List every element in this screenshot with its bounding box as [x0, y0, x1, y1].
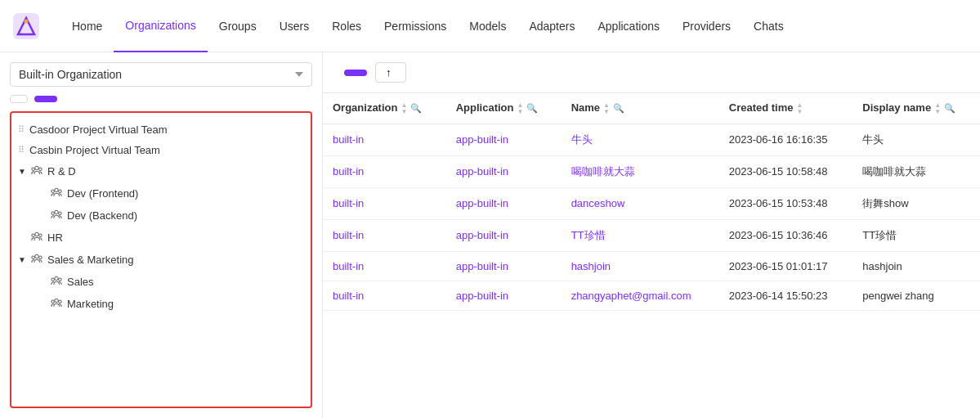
svg-point-21: [55, 299, 58, 302]
svg-point-14: [39, 234, 43, 237]
users-table-wrap: Organization▲▼🔍Application▲▼🔍Name▲▼🔍Crea…: [323, 93, 980, 418]
sort-icon[interactable]: ▲▼: [934, 102, 941, 115]
name-cell[interactable]: 喝咖啡就大蒜: [562, 155, 719, 187]
col-header-organization: Organization▲▼🔍: [323, 93, 446, 124]
svg-point-19: [51, 278, 55, 281]
tree-item[interactable]: Dev (Frontend): [15, 182, 307, 205]
svg-point-4: [32, 168, 35, 171]
svg-point-3: [35, 166, 38, 169]
tree-item[interactable]: Marketing: [15, 293, 307, 315]
nav-item-groups[interactable]: Groups: [208, 0, 268, 52]
upload-button[interactable]: ↑: [375, 62, 406, 83]
add-group-button[interactable]: [34, 96, 57, 102]
col-header-created-time: Created time▲▼: [719, 93, 853, 124]
svg-point-2: [25, 19, 29, 23]
svg-point-13: [32, 234, 35, 237]
svg-point-7: [51, 190, 55, 193]
nav-item-providers[interactable]: Providers: [671, 0, 742, 52]
org-cell[interactable]: built-in: [323, 251, 446, 281]
name-cell[interactable]: 牛头: [562, 124, 719, 155]
app-cell[interactable]: app-built-in: [446, 219, 562, 251]
created-cell: 2023-06-16 16:16:35: [719, 124, 853, 155]
svg-point-9: [55, 210, 58, 213]
tree-item-label: Sales: [67, 276, 94, 288]
app-cell[interactable]: app-built-in: [446, 187, 562, 219]
group-icon: [31, 231, 43, 245]
org-select-row: Built-in Organization: [10, 62, 312, 87]
drag-handle-icon: ⠿: [18, 145, 25, 155]
org-cell[interactable]: built-in: [323, 155, 446, 187]
nav-item-users[interactable]: Users: [268, 0, 321, 52]
sort-icon[interactable]: ▲▼: [517, 102, 524, 115]
column-search-icon[interactable]: 🔍: [526, 103, 538, 113]
name-cell[interactable]: zhangyaphet@gmail.com: [562, 281, 719, 310]
table-header-row: Organization▲▼🔍Application▲▼🔍Name▲▼🔍Crea…: [323, 93, 980, 124]
nav-item-roles[interactable]: Roles: [320, 0, 373, 52]
org-cell[interactable]: built-in: [323, 219, 446, 251]
tree-item[interactable]: Sales: [15, 271, 307, 293]
nav-item-applications[interactable]: Applications: [586, 0, 671, 52]
column-search-icon[interactable]: 🔍: [944, 103, 955, 113]
group-icon: [51, 187, 62, 200]
org-cell[interactable]: built-in: [323, 187, 446, 219]
add-user-button[interactable]: [344, 70, 367, 76]
content-area: ↑ Organization▲▼🔍Application▲▼🔍Name▲▼🔍Cr…: [323, 52, 980, 418]
tree-item[interactable]: ⠿Casbin Project Virtual Team: [15, 140, 307, 160]
display-name-cell: TT珍惜: [852, 219, 980, 251]
svg-point-8: [59, 190, 62, 193]
users-table: Organization▲▼🔍Application▲▼🔍Name▲▼🔍Crea…: [323, 93, 980, 311]
name-cell[interactable]: danceshow: [562, 187, 719, 219]
app-cell[interactable]: app-built-in: [446, 281, 562, 310]
org-cell[interactable]: built-in: [323, 281, 446, 310]
tree-item-label: R & D: [47, 165, 76, 178]
name-cell[interactable]: hashjoin: [562, 251, 719, 281]
name-cell[interactable]: TT珍惜: [562, 219, 719, 251]
collapse-icon[interactable]: ▼: [18, 167, 28, 176]
tree-item[interactable]: ⠿Casdoor Project Virtual Team: [15, 119, 307, 140]
svg-point-22: [51, 300, 55, 303]
group-tree: ⠿Casdoor Project Virtual Team⠿Casbin Pro…: [10, 111, 312, 408]
collapse-icon[interactable]: ▼: [18, 255, 28, 264]
display-name-cell: 喝咖啡就大蒜: [852, 155, 980, 187]
nav-item-home[interactable]: Home: [60, 0, 114, 52]
svg-point-15: [35, 254, 38, 258]
svg-point-18: [55, 276, 58, 280]
display-name-cell: hashjoin: [852, 251, 980, 281]
sort-icon[interactable]: ▲▼: [797, 102, 803, 115]
table-row: built-inapp-built-inhashjoin2023-06-15 0…: [323, 251, 980, 281]
svg-point-20: [59, 278, 62, 281]
content-header: ↑: [323, 52, 980, 93]
column-search-icon[interactable]: 🔍: [613, 103, 624, 113]
display-name-cell: 牛头: [852, 124, 980, 155]
sort-icon[interactable]: ▲▼: [401, 102, 407, 115]
tree-item[interactable]: ▼R & D: [15, 160, 307, 182]
column-search-icon[interactable]: 🔍: [410, 103, 422, 113]
nav-item-adapters[interactable]: Adapters: [517, 0, 586, 52]
tree-item[interactable]: Dev (Backend): [15, 205, 307, 227]
svg-point-5: [39, 168, 43, 171]
app-cell[interactable]: app-built-in: [446, 124, 562, 155]
logo-icon: [13, 13, 39, 39]
tree-item[interactable]: HR: [15, 227, 307, 249]
org-select[interactable]: Built-in Organization: [10, 62, 312, 87]
col-header-display-name: Display name▲▼🔍: [852, 93, 980, 124]
display-name-cell: pengwei zhang: [852, 281, 980, 310]
nav-item-permissions[interactable]: Permissions: [373, 0, 458, 52]
group-icon: [51, 275, 62, 289]
table-row: built-inapp-built-inzhangyaphet@gmail.co…: [323, 281, 980, 310]
nav-item-chats[interactable]: Chats: [742, 0, 795, 52]
main-nav: HomeOrganizationsGroupsUsersRolesPermiss…: [60, 0, 967, 52]
nav-item-models[interactable]: Models: [458, 0, 517, 52]
svg-point-10: [51, 212, 55, 215]
sort-icon[interactable]: ▲▼: [603, 102, 610, 115]
show-all-button[interactable]: [10, 95, 28, 103]
tree-item-label: Dev (Backend): [67, 209, 137, 222]
app-cell[interactable]: app-built-in: [446, 155, 562, 187]
app-cell[interactable]: app-built-in: [446, 251, 562, 281]
org-cell[interactable]: built-in: [323, 124, 446, 155]
created-cell: 2023-06-15 10:36:46: [719, 219, 853, 251]
nav-item-organizations[interactable]: Organizations: [114, 0, 207, 52]
logo: [13, 13, 44, 39]
tree-item[interactable]: ▼Sales & Marketing: [15, 249, 307, 271]
col-header-name: Name▲▼🔍: [562, 93, 719, 124]
